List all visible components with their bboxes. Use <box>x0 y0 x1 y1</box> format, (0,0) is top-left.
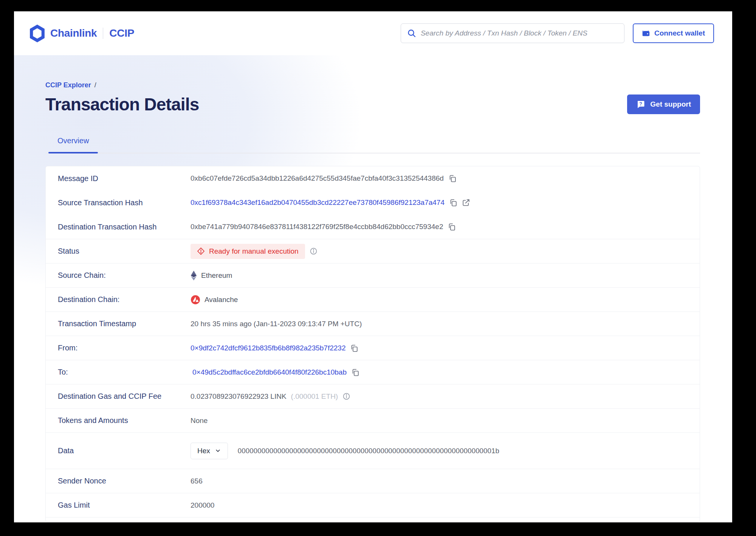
row-label: Sender Nonce <box>58 477 191 485</box>
ethereum-icon <box>191 271 197 280</box>
table-row-timestamp: Transaction Timestamp 20 hrs 35 mins ago… <box>46 311 700 336</box>
status-badge: Ready for manual execution <box>191 244 305 259</box>
copy-icon[interactable] <box>449 198 457 207</box>
chainlink-hexagon-icon <box>29 25 45 42</box>
connect-wallet-button[interactable]: Connect wallet <box>633 23 714 43</box>
wallet-icon <box>642 29 650 37</box>
brand-divider <box>103 28 103 39</box>
table-row-source-chain: Source Chain: Ethereum <box>46 263 700 287</box>
question-chat-icon: ? <box>636 100 645 109</box>
get-support-button[interactable]: ? Get support <box>627 94 700 114</box>
brand-product: CCIP <box>109 27 134 39</box>
external-link-icon[interactable] <box>462 198 470 207</box>
chainlink-ccip-logo[interactable]: Chainlink CCIP <box>29 25 134 42</box>
row-label: Destination Transaction Hash <box>58 223 191 231</box>
get-support-label: Get support <box>650 100 691 108</box>
table-row-data: Data Hex 0000000000000000000000000000000… <box>46 432 700 469</box>
chevron-down-icon <box>215 448 221 454</box>
row-label: To: <box>58 368 191 376</box>
row-label: Tokens and Amounts <box>58 416 191 425</box>
page: Chainlink CCIP Connect wallet <box>14 11 732 522</box>
table-row-from: From: 0×9df2c742dfcf9612b835fb6b8f982a23… <box>46 336 700 360</box>
copy-icon[interactable] <box>351 368 359 376</box>
source-chain-name: Ethereum <box>201 271 232 280</box>
table-row-destination-tx-hash: Destination Transaction Hash 0xbe741a779… <box>46 215 700 239</box>
tab-overview[interactable]: Overview <box>48 136 98 153</box>
transaction-details-card: Message ID 0xb6c07efde726cd5a34dbb1226a6… <box>45 166 700 522</box>
table-row-source-tx-hash: Source Transaction Hash 0xc1f69378a4c343… <box>46 191 700 215</box>
tab-bar: Overview <box>45 136 700 153</box>
row-label: Source Chain: <box>58 271 191 280</box>
fee-link-value: 0.023708923076922923 LINK <box>191 392 287 401</box>
destination-tx-hash-value: 0xbe741a779b9407846e837811f438122f769f25… <box>191 223 443 231</box>
fee-eth-value: (.000001 ETH) <box>291 392 338 401</box>
copy-icon[interactable] <box>448 174 457 183</box>
copy-icon[interactable] <box>448 223 456 231</box>
alert-diamond-icon <box>197 247 205 255</box>
table-row-destination-chain: Destination Chain: Avalanche <box>46 287 700 311</box>
destination-chain-value: Avalanche <box>191 295 238 305</box>
sender-nonce-value: 656 <box>191 477 203 485</box>
source-tx-hash-link[interactable]: 0xc1f69378a4c343ef16ad2b0470455db3cd2222… <box>191 198 445 207</box>
source-chain-value: Ethereum <box>191 271 232 280</box>
data-hex-value: 0000000000000000000000000000000000000000… <box>238 447 499 455</box>
table-row-tokens: Tokens and Amounts None <box>46 408 700 432</box>
breadcrumb-separator: / <box>94 81 96 89</box>
svg-text:?: ? <box>639 101 642 107</box>
top-navbar: Chainlink CCIP Connect wallet <box>14 11 732 55</box>
timestamp-value: 20 hrs 35 mins ago (Jan-11-2023 09:13:47… <box>191 320 362 328</box>
destination-chain-name: Avalanche <box>204 296 238 304</box>
message-id-value: 0xb6c07efde726cd5a34dbb1226a6d4275c55d34… <box>191 174 444 183</box>
breadcrumb: CCIP Explorer / <box>45 81 700 89</box>
row-label: From: <box>58 344 191 352</box>
table-row-to: To: 0×49d5c2bdffac6ce2bfdb6640f4f80f226b… <box>46 360 700 384</box>
row-label: Data <box>58 446 191 455</box>
table-row-status: Status Ready for manual execution <box>46 239 700 263</box>
to-address-link[interactable]: 0×49d5c2bdffac6ce2bfdb6640f4f80f226bc10b… <box>192 368 347 376</box>
avalanche-icon <box>191 295 200 305</box>
tokens-value: None <box>191 417 208 425</box>
breadcrumb-ccip-explorer-link[interactable]: CCIP Explorer <box>45 81 91 89</box>
search-bar[interactable] <box>401 23 624 43</box>
brand-name: Chainlink <box>50 27 97 39</box>
gas-limit-value: 200000 <box>191 501 214 510</box>
row-label: Message ID <box>58 174 191 183</box>
data-format-dropdown[interactable]: Hex <box>191 443 228 459</box>
row-label: Destination Chain: <box>58 295 191 304</box>
table-row-cutoff <box>46 517 700 522</box>
hero-section: CCIP Explorer / Transaction Details ? Ge… <box>14 55 732 153</box>
table-row-gas-limit: Gas Limit 200000 <box>46 493 700 517</box>
row-label: Source Transaction Hash <box>58 198 191 207</box>
row-label: Destination Gas and CCIP Fee <box>58 392 191 401</box>
copy-icon[interactable] <box>350 344 358 352</box>
info-icon[interactable] <box>310 247 318 255</box>
row-label: Status <box>58 247 191 256</box>
data-format-label: Hex <box>197 447 210 455</box>
row-label: Gas Limit <box>58 501 191 510</box>
connect-wallet-label: Connect wallet <box>654 29 705 37</box>
table-row-message-id: Message ID 0xb6c07efde726cd5a34dbb1226a6… <box>46 166 700 191</box>
from-address-link[interactable]: 0×9df2c742dfcf9612b835fb6b8f982a235b7f22… <box>191 344 345 352</box>
search-input[interactable] <box>421 29 618 37</box>
page-title: Transaction Details <box>45 94 199 115</box>
row-label: Transaction Timestamp <box>58 319 191 328</box>
info-icon[interactable] <box>342 392 350 400</box>
table-row-fee: Destination Gas and CCIP Fee 0.023708923… <box>46 384 700 408</box>
table-row-sender-nonce: Sender Nonce 656 <box>46 469 700 493</box>
search-icon <box>407 29 416 38</box>
status-text: Ready for manual execution <box>209 247 299 256</box>
